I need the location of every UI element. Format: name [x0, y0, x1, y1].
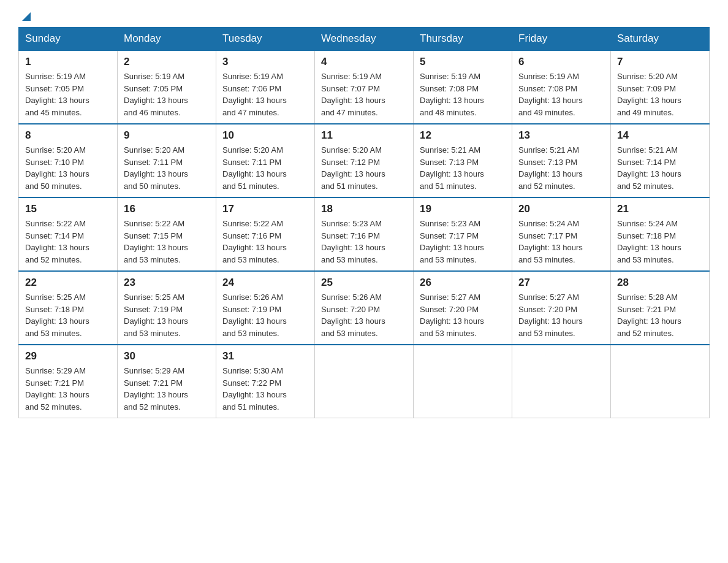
day-info: Sunrise: 5:20 AMSunset: 7:09 PMDaylight:… [617, 72, 681, 117]
day-info: Sunrise: 5:23 AMSunset: 7:16 PMDaylight:… [321, 219, 385, 264]
day-number: 23 [124, 277, 210, 289]
day-info: Sunrise: 5:26 AMSunset: 7:20 PMDaylight:… [321, 293, 385, 338]
day-number: 4 [321, 56, 407, 68]
calendar-table: SundayMondayTuesdayWednesdayThursdayFrid… [18, 27, 710, 418]
calendar-week-row: 29 Sunrise: 5:29 AMSunset: 7:21 PMDaylig… [19, 345, 710, 418]
calendar-day-cell: 21 Sunrise: 5:24 AMSunset: 7:18 PMDaylig… [611, 197, 710, 271]
calendar-day-cell: 31 Sunrise: 5:30 AMSunset: 7:22 PMDaylig… [216, 345, 315, 418]
day-info: Sunrise: 5:22 AMSunset: 7:15 PMDaylight:… [124, 219, 188, 264]
day-info: Sunrise: 5:19 AMSunset: 7:08 PMDaylight:… [420, 72, 484, 117]
calendar-day-cell: 9 Sunrise: 5:20 AMSunset: 7:11 PMDayligh… [118, 124, 216, 197]
day-info: Sunrise: 5:30 AMSunset: 7:22 PMDaylight:… [222, 366, 287, 412]
calendar-day-cell: 16 Sunrise: 5:22 AMSunset: 7:15 PMDaylig… [118, 197, 216, 271]
calendar-day-cell: 7 Sunrise: 5:20 AMSunset: 7:09 PMDayligh… [611, 50, 710, 124]
day-info: Sunrise: 5:19 AMSunset: 7:05 PMDaylight:… [124, 72, 188, 117]
day-number: 5 [420, 56, 506, 68]
day-number: 7 [617, 56, 703, 68]
day-number: 13 [518, 129, 604, 142]
day-of-week-header: Sunday [19, 28, 118, 51]
calendar-day-cell: 8 Sunrise: 5:20 AMSunset: 7:10 PMDayligh… [19, 124, 118, 197]
day-number: 10 [222, 129, 308, 142]
day-number: 22 [25, 277, 111, 289]
day-info: Sunrise: 5:25 AMSunset: 7:19 PMDaylight:… [124, 293, 188, 338]
calendar-day-cell: 20 Sunrise: 5:24 AMSunset: 7:17 PMDaylig… [512, 197, 611, 271]
day-number: 9 [124, 129, 210, 142]
calendar-day-cell: 28 Sunrise: 5:28 AMSunset: 7:21 PMDaylig… [611, 271, 710, 345]
day-number: 12 [420, 129, 506, 142]
day-info: Sunrise: 5:19 AMSunset: 7:05 PMDaylight:… [25, 72, 89, 117]
day-info: Sunrise: 5:21 AMSunset: 7:14 PMDaylight:… [617, 145, 681, 191]
page-header [18, 12, 710, 21]
calendar-week-row: 15 Sunrise: 5:22 AMSunset: 7:14 PMDaylig… [19, 197, 710, 271]
calendar-day-cell [315, 345, 414, 418]
calendar-week-row: 22 Sunrise: 5:25 AMSunset: 7:18 PMDaylig… [19, 271, 710, 345]
day-info: Sunrise: 5:24 AMSunset: 7:17 PMDaylight:… [518, 219, 583, 264]
calendar-day-cell: 10 Sunrise: 5:20 AMSunset: 7:11 PMDaylig… [216, 124, 315, 197]
calendar-day-cell: 27 Sunrise: 5:27 AMSunset: 7:20 PMDaylig… [512, 271, 611, 345]
calendar-day-cell: 29 Sunrise: 5:29 AMSunset: 7:21 PMDaylig… [19, 345, 118, 418]
day-info: Sunrise: 5:29 AMSunset: 7:21 PMDaylight:… [124, 366, 188, 412]
day-number: 27 [518, 277, 604, 289]
calendar-day-cell: 6 Sunrise: 5:19 AMSunset: 7:08 PMDayligh… [512, 50, 611, 124]
day-number: 16 [124, 203, 210, 215]
day-of-week-header: Wednesday [315, 28, 414, 51]
day-number: 15 [25, 203, 111, 215]
day-number: 25 [321, 277, 407, 289]
day-info: Sunrise: 5:21 AMSunset: 7:13 PMDaylight:… [420, 145, 484, 191]
day-number: 26 [420, 277, 506, 289]
day-info: Sunrise: 5:21 AMSunset: 7:13 PMDaylight:… [518, 145, 583, 191]
calendar-day-cell: 4 Sunrise: 5:19 AMSunset: 7:07 PMDayligh… [315, 50, 414, 124]
calendar-day-cell: 17 Sunrise: 5:22 AMSunset: 7:16 PMDaylig… [216, 197, 315, 271]
day-number: 31 [222, 350, 308, 362]
day-info: Sunrise: 5:20 AMSunset: 7:11 PMDaylight:… [222, 145, 287, 191]
day-info: Sunrise: 5:29 AMSunset: 7:21 PMDaylight:… [25, 366, 89, 412]
calendar-day-cell: 15 Sunrise: 5:22 AMSunset: 7:14 PMDaylig… [19, 197, 118, 271]
day-info: Sunrise: 5:22 AMSunset: 7:14 PMDaylight:… [25, 219, 89, 264]
logo [18, 12, 33, 21]
day-info: Sunrise: 5:19 AMSunset: 7:07 PMDaylight:… [321, 72, 385, 117]
day-of-week-header: Friday [512, 28, 611, 51]
logo-triangle-icon [20, 10, 33, 23]
day-number: 1 [25, 56, 111, 68]
svg-marker-0 [22, 12, 31, 21]
day-number: 17 [222, 203, 308, 215]
day-info: Sunrise: 5:25 AMSunset: 7:18 PMDaylight:… [25, 293, 89, 338]
day-number: 3 [222, 56, 308, 68]
day-info: Sunrise: 5:26 AMSunset: 7:19 PMDaylight:… [222, 293, 287, 338]
day-number: 24 [222, 277, 308, 289]
day-number: 21 [617, 203, 703, 215]
calendar-day-cell: 12 Sunrise: 5:21 AMSunset: 7:13 PMDaylig… [414, 124, 512, 197]
day-number: 14 [617, 129, 703, 142]
day-of-week-header: Monday [118, 28, 216, 51]
calendar-day-cell: 18 Sunrise: 5:23 AMSunset: 7:16 PMDaylig… [315, 197, 414, 271]
day-info: Sunrise: 5:23 AMSunset: 7:17 PMDaylight:… [420, 219, 484, 264]
day-number: 30 [124, 350, 210, 362]
calendar-day-cell: 19 Sunrise: 5:23 AMSunset: 7:17 PMDaylig… [414, 197, 512, 271]
day-info: Sunrise: 5:27 AMSunset: 7:20 PMDaylight:… [420, 293, 484, 338]
calendar-day-cell: 25 Sunrise: 5:26 AMSunset: 7:20 PMDaylig… [315, 271, 414, 345]
day-of-week-header: Thursday [414, 28, 512, 51]
calendar-day-cell: 14 Sunrise: 5:21 AMSunset: 7:14 PMDaylig… [611, 124, 710, 197]
day-info: Sunrise: 5:27 AMSunset: 7:20 PMDaylight:… [518, 293, 583, 338]
calendar-day-cell: 1 Sunrise: 5:19 AMSunset: 7:05 PMDayligh… [19, 50, 118, 124]
day-number: 28 [617, 277, 703, 289]
calendar-day-cell: 22 Sunrise: 5:25 AMSunset: 7:18 PMDaylig… [19, 271, 118, 345]
calendar-day-cell: 2 Sunrise: 5:19 AMSunset: 7:05 PMDayligh… [118, 50, 216, 124]
calendar-week-row: 1 Sunrise: 5:19 AMSunset: 7:05 PMDayligh… [19, 50, 710, 124]
day-number: 2 [124, 56, 210, 68]
day-of-week-header: Tuesday [216, 28, 315, 51]
day-info: Sunrise: 5:28 AMSunset: 7:21 PMDaylight:… [617, 293, 681, 338]
day-number: 6 [518, 56, 604, 68]
day-number: 20 [518, 203, 604, 215]
day-info: Sunrise: 5:20 AMSunset: 7:12 PMDaylight:… [321, 145, 385, 191]
day-info: Sunrise: 5:20 AMSunset: 7:10 PMDaylight:… [25, 145, 89, 191]
day-info: Sunrise: 5:19 AMSunset: 7:06 PMDaylight:… [222, 72, 287, 117]
day-number: 29 [25, 350, 111, 362]
day-number: 11 [321, 129, 407, 142]
calendar-day-cell: 3 Sunrise: 5:19 AMSunset: 7:06 PMDayligh… [216, 50, 315, 124]
calendar-header-row: SundayMondayTuesdayWednesdayThursdayFrid… [19, 28, 710, 51]
day-info: Sunrise: 5:22 AMSunset: 7:16 PMDaylight:… [222, 219, 287, 264]
calendar-day-cell: 5 Sunrise: 5:19 AMSunset: 7:08 PMDayligh… [414, 50, 512, 124]
calendar-day-cell: 23 Sunrise: 5:25 AMSunset: 7:19 PMDaylig… [118, 271, 216, 345]
day-of-week-header: Saturday [611, 28, 710, 51]
